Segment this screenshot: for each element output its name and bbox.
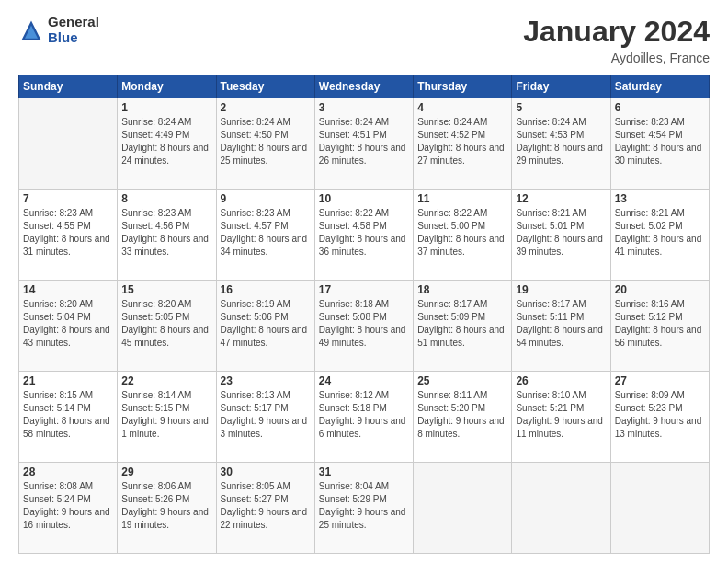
col-sunday: Sunday xyxy=(19,75,118,98)
day-detail: Sunrise: 8:21 AM Sunset: 5:02 PM Dayligh… xyxy=(615,207,705,259)
day-detail: Sunrise: 8:10 AM Sunset: 5:21 PM Dayligh… xyxy=(516,389,606,441)
calendar-cell: 18Sunrise: 8:17 AM Sunset: 5:09 PM Dayli… xyxy=(414,281,512,372)
logo-blue: Blue xyxy=(48,30,99,46)
calendar-cell: 3Sunrise: 8:24 AM Sunset: 4:51 PM Daylig… xyxy=(314,98,413,190)
day-number: 29 xyxy=(121,465,211,478)
day-detail: Sunrise: 8:23 AM Sunset: 4:55 PM Dayligh… xyxy=(23,207,113,259)
day-detail: Sunrise: 8:22 AM Sunset: 4:58 PM Dayligh… xyxy=(319,207,409,259)
day-number: 24 xyxy=(319,374,409,387)
calendar-cell: 22Sunrise: 8:14 AM Sunset: 5:15 PM Dayli… xyxy=(118,372,216,463)
week-row-1: 1Sunrise: 8:24 AM Sunset: 4:49 PM Daylig… xyxy=(19,98,710,190)
day-number: 28 xyxy=(23,465,113,478)
calendar-cell xyxy=(19,98,118,190)
calendar-cell: 28Sunrise: 8:08 AM Sunset: 5:24 PM Dayli… xyxy=(19,463,118,554)
day-detail: Sunrise: 8:04 AM Sunset: 5:29 PM Dayligh… xyxy=(319,480,409,532)
day-detail: Sunrise: 8:24 AM Sunset: 4:50 PM Dayligh… xyxy=(221,116,311,167)
day-number: 20 xyxy=(615,283,705,296)
day-detail: Sunrise: 8:18 AM Sunset: 5:08 PM Dayligh… xyxy=(319,298,409,350)
day-number: 5 xyxy=(516,101,606,114)
day-detail: Sunrise: 8:16 AM Sunset: 5:12 PM Dayligh… xyxy=(615,298,705,350)
day-number: 17 xyxy=(319,283,409,296)
day-detail: Sunrise: 8:13 AM Sunset: 5:17 PM Dayligh… xyxy=(221,389,311,441)
col-saturday: Saturday xyxy=(610,75,709,98)
day-number: 7 xyxy=(23,192,113,205)
calendar-cell: 11Sunrise: 8:22 AM Sunset: 5:00 PM Dayli… xyxy=(414,190,512,281)
header: General Blue January 2024 Aydoilles, Fra… xyxy=(18,15,710,65)
calendar-cell: 14Sunrise: 8:20 AM Sunset: 5:04 PM Dayli… xyxy=(19,281,118,372)
day-detail: Sunrise: 8:20 AM Sunset: 5:04 PM Dayligh… xyxy=(23,298,113,350)
day-detail: Sunrise: 8:21 AM Sunset: 5:01 PM Dayligh… xyxy=(516,207,606,259)
calendar-cell: 26Sunrise: 8:10 AM Sunset: 5:21 PM Dayli… xyxy=(512,372,610,463)
calendar-cell: 25Sunrise: 8:11 AM Sunset: 5:20 PM Dayli… xyxy=(414,372,512,463)
col-thursday: Thursday xyxy=(414,75,512,98)
calendar-cell: 19Sunrise: 8:17 AM Sunset: 5:11 PM Dayli… xyxy=(512,281,610,372)
day-number: 15 xyxy=(121,283,211,296)
day-detail: Sunrise: 8:12 AM Sunset: 5:18 PM Dayligh… xyxy=(319,389,409,441)
day-detail: Sunrise: 8:24 AM Sunset: 4:51 PM Dayligh… xyxy=(319,116,409,167)
subtitle: Aydoilles, France xyxy=(523,51,710,65)
day-number: 27 xyxy=(615,374,705,387)
calendar-cell: 8Sunrise: 8:23 AM Sunset: 4:56 PM Daylig… xyxy=(118,190,216,281)
calendar-cell xyxy=(512,463,610,554)
day-detail: Sunrise: 8:23 AM Sunset: 4:54 PM Dayligh… xyxy=(615,116,705,167)
day-number: 14 xyxy=(23,283,113,296)
logo-text: General Blue xyxy=(48,15,99,45)
week-row-2: 7Sunrise: 8:23 AM Sunset: 4:55 PM Daylig… xyxy=(19,190,710,281)
day-number: 2 xyxy=(221,101,311,114)
calendar-cell: 2Sunrise: 8:24 AM Sunset: 4:50 PM Daylig… xyxy=(216,98,314,190)
calendar-cell: 27Sunrise: 8:09 AM Sunset: 5:23 PM Dayli… xyxy=(610,372,709,463)
calendar-cell: 13Sunrise: 8:21 AM Sunset: 5:02 PM Dayli… xyxy=(610,190,709,281)
day-detail: Sunrise: 8:19 AM Sunset: 5:06 PM Dayligh… xyxy=(221,298,311,350)
day-number: 13 xyxy=(615,192,705,205)
day-detail: Sunrise: 8:24 AM Sunset: 4:52 PM Dayligh… xyxy=(417,116,507,167)
calendar-cell: 30Sunrise: 8:05 AM Sunset: 5:27 PM Dayli… xyxy=(216,463,314,554)
week-row-5: 28Sunrise: 8:08 AM Sunset: 5:24 PM Dayli… xyxy=(19,463,710,554)
day-detail: Sunrise: 8:22 AM Sunset: 5:00 PM Dayligh… xyxy=(417,207,507,259)
day-detail: Sunrise: 8:23 AM Sunset: 4:57 PM Dayligh… xyxy=(221,207,311,259)
day-number: 8 xyxy=(121,192,211,205)
logo-general: General xyxy=(48,15,99,30)
calendar-cell: 16Sunrise: 8:19 AM Sunset: 5:06 PM Dayli… xyxy=(216,281,314,372)
logo-icon xyxy=(18,17,44,43)
day-number: 6 xyxy=(615,101,705,114)
day-number: 30 xyxy=(221,465,311,478)
col-monday: Monday xyxy=(118,75,216,98)
day-number: 22 xyxy=(121,374,211,387)
calendar-cell: 12Sunrise: 8:21 AM Sunset: 5:01 PM Dayli… xyxy=(512,190,610,281)
day-number: 16 xyxy=(221,283,311,296)
day-number: 25 xyxy=(417,374,507,387)
day-detail: Sunrise: 8:08 AM Sunset: 5:24 PM Dayligh… xyxy=(23,480,113,532)
day-detail: Sunrise: 8:24 AM Sunset: 4:49 PM Dayligh… xyxy=(121,116,211,167)
day-number: 26 xyxy=(516,374,606,387)
day-number: 19 xyxy=(516,283,606,296)
calendar-cell: 9Sunrise: 8:23 AM Sunset: 4:57 PM Daylig… xyxy=(216,190,314,281)
header-row: Sunday Monday Tuesday Wednesday Thursday… xyxy=(19,75,710,98)
week-row-3: 14Sunrise: 8:20 AM Sunset: 5:04 PM Dayli… xyxy=(19,281,710,372)
day-number: 9 xyxy=(221,192,311,205)
day-number: 10 xyxy=(319,192,409,205)
day-detail: Sunrise: 8:23 AM Sunset: 4:56 PM Dayligh… xyxy=(121,207,211,259)
calendar-cell: 23Sunrise: 8:13 AM Sunset: 5:17 PM Dayli… xyxy=(216,372,314,463)
day-detail: Sunrise: 8:17 AM Sunset: 5:11 PM Dayligh… xyxy=(516,298,606,350)
day-detail: Sunrise: 8:24 AM Sunset: 4:53 PM Dayligh… xyxy=(516,116,606,167)
calendar-cell: 31Sunrise: 8:04 AM Sunset: 5:29 PM Dayli… xyxy=(314,463,413,554)
col-tuesday: Tuesday xyxy=(216,75,314,98)
week-row-4: 21Sunrise: 8:15 AM Sunset: 5:14 PM Dayli… xyxy=(19,372,710,463)
calendar-cell: 29Sunrise: 8:06 AM Sunset: 5:26 PM Dayli… xyxy=(118,463,216,554)
calendar-cell: 17Sunrise: 8:18 AM Sunset: 5:08 PM Dayli… xyxy=(314,281,413,372)
day-detail: Sunrise: 8:20 AM Sunset: 5:05 PM Dayligh… xyxy=(121,298,211,350)
day-detail: Sunrise: 8:17 AM Sunset: 5:09 PM Dayligh… xyxy=(417,298,507,350)
calendar-cell xyxy=(414,463,512,554)
calendar-cell: 15Sunrise: 8:20 AM Sunset: 5:05 PM Dayli… xyxy=(118,281,216,372)
col-wednesday: Wednesday xyxy=(314,75,413,98)
day-number: 4 xyxy=(417,101,507,114)
day-number: 31 xyxy=(319,465,409,478)
calendar-cell: 21Sunrise: 8:15 AM Sunset: 5:14 PM Dayli… xyxy=(19,372,118,463)
day-number: 18 xyxy=(417,283,507,296)
day-number: 11 xyxy=(417,192,507,205)
day-detail: Sunrise: 8:05 AM Sunset: 5:27 PM Dayligh… xyxy=(221,480,311,532)
calendar-cell: 1Sunrise: 8:24 AM Sunset: 4:49 PM Daylig… xyxy=(118,98,216,190)
day-detail: Sunrise: 8:14 AM Sunset: 5:15 PM Dayligh… xyxy=(121,389,211,441)
day-detail: Sunrise: 8:09 AM Sunset: 5:23 PM Dayligh… xyxy=(615,389,705,441)
day-number: 23 xyxy=(221,374,311,387)
